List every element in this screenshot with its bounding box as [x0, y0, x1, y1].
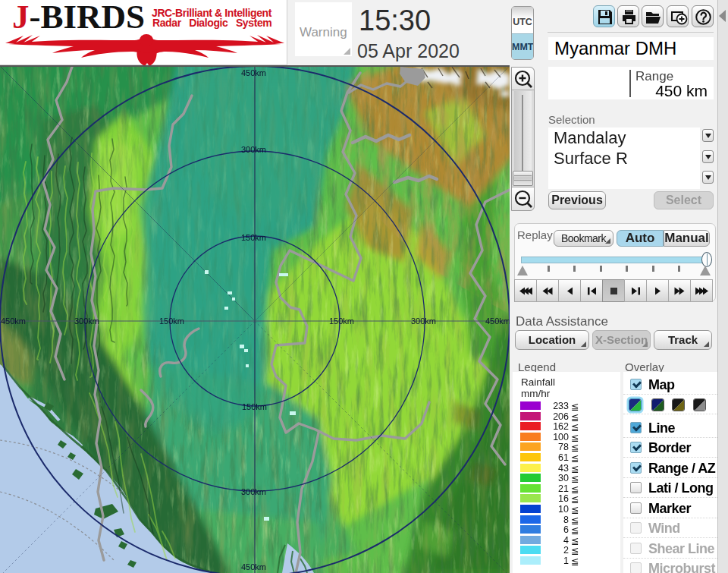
svg-text:300km: 300km — [241, 145, 266, 154]
svg-text:300km: 300km — [74, 316, 99, 326]
svg-text:450km: 450km — [241, 68, 266, 77]
svg-text:300km: 300km — [241, 487, 266, 496]
svg-text:450km: 450km — [241, 562, 266, 571]
svg-text:450km: 450km — [1, 316, 26, 326]
svg-text:150km: 150km — [241, 233, 266, 242]
svg-text:150km: 150km — [242, 402, 267, 411]
svg-text:150km: 150km — [159, 316, 184, 326]
svg-text:300km: 300km — [411, 316, 436, 326]
svg-text:450km: 450km — [485, 316, 510, 326]
svg-text:150km: 150km — [329, 316, 354, 326]
